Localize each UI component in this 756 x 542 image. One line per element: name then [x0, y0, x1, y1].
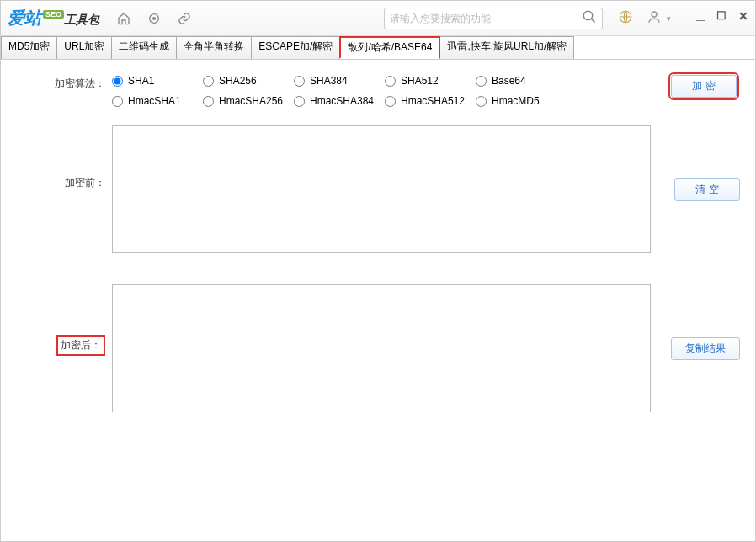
tab-escape[interactable]: ESCAPE加/解密: [251, 36, 340, 59]
radio-label: HmacSHA384: [310, 95, 374, 107]
clear-button[interactable]: 清 空: [674, 178, 740, 201]
tab-md5[interactable]: MD5加密: [1, 36, 57, 59]
after-textarea[interactable]: [112, 284, 651, 412]
radio-hmacsha1[interactable]: HmacSHA1: [112, 95, 200, 107]
svg-point-5: [652, 12, 657, 17]
copy-result-button[interactable]: 复制结果: [671, 337, 740, 360]
radio-hmacsha256[interactable]: HmacSHA256: [203, 95, 290, 107]
tab-fullhalf[interactable]: 全角半角转换: [176, 36, 252, 59]
radio-hmacsha512[interactable]: HmacSHA512: [385, 95, 472, 107]
tab-row: MD5加密 URL加密 二维码生成 全角半角转换 ESCAPE加/解密 散列/哈…: [1, 36, 755, 60]
radio-label: Base64: [492, 75, 526, 87]
window-controls: _ ☐ ✕: [696, 9, 748, 27]
logo-main: 爱站: [8, 7, 41, 29]
minimize-button[interactable]: _: [696, 6, 705, 24]
radio-label: SHA384: [310, 75, 348, 87]
algorithm-label: 加密算法：: [11, 75, 112, 91]
svg-point-2: [583, 11, 593, 20]
tab-url[interactable]: URL加密: [56, 36, 112, 59]
link-icon[interactable]: [177, 11, 192, 26]
encrypt-button-col: 加 密: [671, 75, 745, 98]
titlebar: 爱站SEO工具包 ▾ _ ☐ ✕: [1, 1, 755, 36]
radio-sha256[interactable]: SHA256: [203, 75, 290, 87]
radio-label: SHA1: [128, 75, 154, 87]
algorithm-line-1: SHA1 SHA256 SHA384 SHA512 Base64: [112, 75, 563, 87]
maximize-button[interactable]: ☐: [716, 9, 727, 27]
radio-hmacmd5[interactable]: HmacMD5: [476, 95, 563, 107]
radio-sha1[interactable]: SHA1: [112, 75, 200, 87]
encrypt-button[interactable]: 加 密: [671, 75, 737, 98]
radio-base64[interactable]: Base64: [476, 75, 563, 87]
after-textarea-wrap: [112, 284, 661, 415]
home-icon[interactable]: [116, 11, 131, 26]
algorithm-line-2: HmacSHA1 HmacSHA256 HmacSHA384 HmacSHA51…: [112, 95, 563, 107]
svg-line-3: [591, 19, 595, 23]
radio-sha512[interactable]: SHA512: [385, 75, 472, 87]
close-button[interactable]: ✕: [738, 9, 748, 27]
logo-seo-badge: SEO: [43, 10, 64, 19]
algorithm-radio-grid: SHA1 SHA256 SHA384 SHA512 Base64 HmacSHA…: [112, 75, 563, 107]
radio-label: SHA512: [401, 75, 439, 87]
radio-label: HmacMD5: [492, 95, 540, 107]
right-icon-group: ▾ _ ☐ ✕: [618, 9, 748, 27]
after-row: 加密后： 复制结果: [11, 284, 745, 415]
after-side-col: 复制结果: [671, 284, 745, 412]
tab-hash-base64[interactable]: 散列/哈希/BASE64: [339, 36, 440, 59]
titlebar-icon-group: [116, 11, 192, 26]
logo-sub: 工具包: [64, 13, 99, 28]
user-icon[interactable]: [647, 9, 662, 27]
radio-hmacsha384[interactable]: HmacSHA384: [294, 95, 381, 107]
radio-label: SHA256: [219, 75, 257, 87]
search-box[interactable]: [384, 8, 603, 29]
radio-sha384[interactable]: SHA384: [294, 75, 381, 87]
before-side-col: 清 空: [674, 125, 745, 253]
before-textarea[interactable]: [112, 125, 651, 253]
tab-thunder-url[interactable]: 迅雷,快车,旋风URL加/解密: [439, 36, 574, 59]
algorithm-row: 加密算法： SHA1 SHA256 SHA384 SHA512 Base64 H…: [11, 75, 745, 107]
target-icon[interactable]: [146, 11, 162, 26]
svg-point-1: [153, 17, 156, 19]
before-row: 加密前： 清 空: [11, 125, 745, 256]
after-label: 加密后：: [56, 335, 105, 356]
app-logo: 爱站SEO工具包: [8, 7, 99, 29]
content-area: 加密算法： SHA1 SHA256 SHA384 SHA512 Base64 H…: [1, 60, 755, 415]
radio-label: HmacSHA1: [128, 95, 181, 107]
dropdown-caret-icon[interactable]: ▾: [667, 14, 671, 23]
before-label: 加密前：: [11, 125, 112, 190]
tab-qrcode[interactable]: 二维码生成: [111, 36, 177, 59]
globe-icon[interactable]: [618, 9, 633, 27]
search-icon[interactable]: [582, 9, 597, 28]
radio-label: HmacSHA512: [401, 95, 465, 107]
radio-label: HmacSHA256: [219, 95, 283, 107]
before-textarea-wrap: [112, 125, 664, 256]
search-input[interactable]: [390, 13, 582, 24]
after-label-col: 加密后：: [11, 284, 112, 356]
